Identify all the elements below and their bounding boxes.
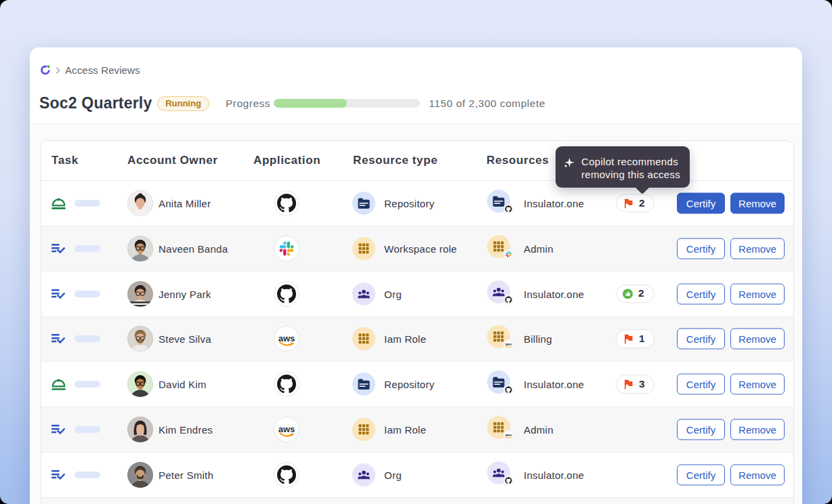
svg-text:aws: aws <box>505 433 512 437</box>
svg-text:aws: aws <box>278 424 295 434</box>
svg-text:aws: aws <box>505 343 512 347</box>
svg-text:aws: aws <box>278 333 295 343</box>
